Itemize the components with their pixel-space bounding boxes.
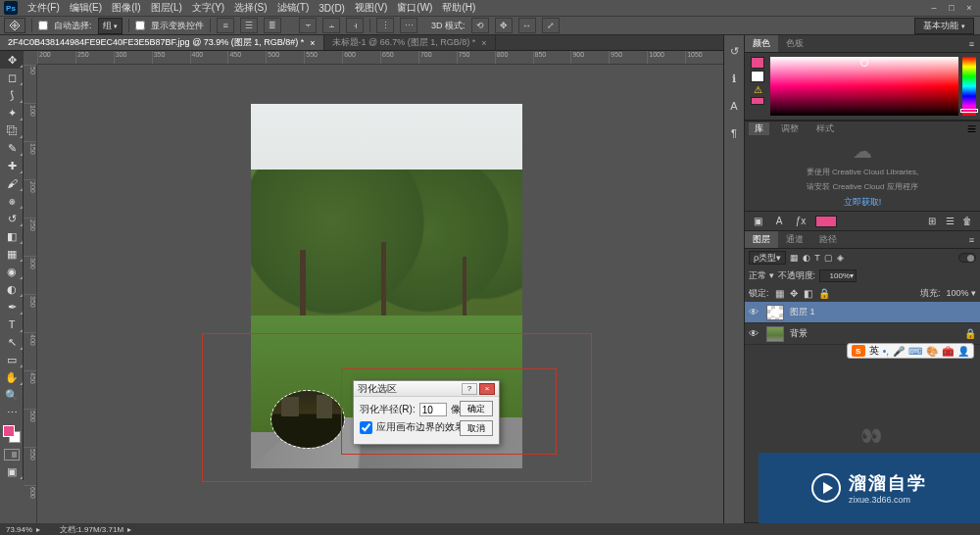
align-left-icon[interactable]: ⫟ <box>299 18 317 33</box>
layer-name[interactable]: 图层 1 <box>790 306 815 318</box>
list-icon[interactable]: ☰ <box>943 215 956 228</box>
quick-mask-toggle[interactable] <box>4 449 20 461</box>
doc-info[interactable]: 文档:1.97M/3.71M <box>60 524 123 535</box>
panel-menu-icon[interactable]: ≡ <box>963 35 980 52</box>
layer-name[interactable]: 背景 <box>790 327 808 340</box>
nearest-color-chip[interactable] <box>751 97 764 105</box>
filter-pixel-icon[interactable]: ▦ <box>790 253 799 263</box>
ime-toolbar[interactable]: S 英 •, 🎤 ⌨ 🎨 🧰 👤 <box>847 343 974 359</box>
libraries-get-link[interactable]: 立即获取! <box>844 196 882 209</box>
document-tab[interactable]: 2F4C0B438144984FE9EC40FE3E5B87BF.jpg @ 7… <box>0 35 324 50</box>
minimize-button[interactable]: – <box>927 2 941 14</box>
feather-radius-input[interactable] <box>419 403 447 416</box>
screen-mode[interactable]: ▣ <box>0 462 24 480</box>
3d-pan-icon[interactable]: ✥ <box>495 18 513 33</box>
filter-type-icon[interactable]: T <box>814 253 820 263</box>
hue-marker[interactable] <box>960 109 978 113</box>
document-tab[interactable]: 未标题-1 @ 66.7% (图层 1, RGB/8) *× <box>324 35 496 50</box>
gradient-tool[interactable]: ▦ <box>0 245 24 263</box>
bg-color-chip[interactable] <box>751 71 764 82</box>
fg-color[interactable] <box>3 425 15 437</box>
menu-window[interactable]: 窗口(W) <box>393 1 436 15</box>
distribute-icon[interactable]: ⋯ <box>400 18 417 33</box>
menu-filter[interactable]: 滤镜(T) <box>273 1 314 15</box>
align-bottom-icon[interactable]: ≣ <box>264 18 281 33</box>
close-tab-icon[interactable]: × <box>310 38 315 48</box>
edit-toolbar[interactable]: ⋯ <box>0 404 24 421</box>
align-right-icon[interactable]: ⫞ <box>346 18 364 33</box>
character-panel-icon[interactable]: A <box>726 98 742 114</box>
crop-tool[interactable]: ⿻ <box>0 122 24 139</box>
fill-color-chip[interactable] <box>815 216 837 227</box>
visibility-toggle[interactable]: 👁 <box>749 307 760 317</box>
filter-smart-icon[interactable]: ◈ <box>837 253 844 263</box>
gamut-warning-icon[interactable]: ⚠ <box>754 84 762 95</box>
menu-3d[interactable]: 3D(D) <box>315 3 349 14</box>
history-brush-tool[interactable]: ↺ <box>0 210 24 227</box>
current-tool-indicator[interactable] <box>4 18 25 33</box>
path-select-tool[interactable]: ↖ <box>0 333 24 351</box>
zoom-tool[interactable]: 🔍 <box>0 386 24 404</box>
fill-input[interactable]: 100% ▾ <box>946 288 976 298</box>
layer-thumbnail[interactable] <box>766 305 784 320</box>
3d-orbit-icon[interactable]: ⟲ <box>471 18 489 33</box>
mask-icon[interactable]: ▣ <box>751 215 764 228</box>
layer-thumbnail[interactable] <box>766 326 784 342</box>
hand-tool[interactable]: ✋ <box>0 368 24 386</box>
ruler-horizontal[interactable]: 2002503003504004505005506006507007508008… <box>37 51 723 65</box>
maximize-button[interactable]: □ <box>945 2 958 14</box>
show-transform-checkbox[interactable] <box>135 21 145 30</box>
filter-shape-icon[interactable]: ▢ <box>824 253 833 263</box>
panel-menu-icon[interactable]: ≡ <box>967 121 976 138</box>
marquee-tool[interactable]: ◻ <box>0 69 24 86</box>
eyedropper-tool[interactable]: ✎ <box>0 139 24 157</box>
menu-layer[interactable]: 图层(L) <box>147 1 186 15</box>
dialog-titlebar[interactable]: 羽化选区 ? × <box>354 381 499 397</box>
opacity-input[interactable]: 100% ▾ <box>819 269 857 282</box>
tab-channels[interactable]: 通道 <box>778 231 811 248</box>
menu-type[interactable]: 文字(Y) <box>188 1 228 15</box>
adjust-icon[interactable]: A <box>772 215 786 228</box>
ime-punct-icon[interactable]: •, <box>883 346 889 357</box>
lasso-tool[interactable]: ⟆ <box>0 86 24 104</box>
menu-file[interactable]: 文件(F) <box>24 1 64 15</box>
align-hcenter-icon[interactable]: ⫠ <box>322 18 340 33</box>
ok-button[interactable]: 确定 <box>460 401 493 416</box>
align-vcenter-icon[interactable]: ☰ <box>240 18 258 33</box>
tab-libraries[interactable]: 库 <box>749 122 769 135</box>
stamp-tool[interactable]: ⎈ <box>0 192 24 210</box>
eraser-tool[interactable]: ◧ <box>0 227 24 245</box>
type-tool[interactable]: T <box>0 316 24 333</box>
magic-wand-tool[interactable]: ✦ <box>0 104 24 122</box>
auto-select-target[interactable]: 组 ▾ <box>98 18 123 34</box>
3d-scale-icon[interactable]: ⤢ <box>542 18 560 33</box>
brush-tool[interactable]: 🖌 <box>0 174 24 192</box>
workspace-switcher[interactable]: 基本功能 ▾ <box>914 18 974 34</box>
lock-artboard-icon[interactable]: ◧ <box>804 288 812 299</box>
filter-adjust-icon[interactable]: ◐ <box>803 253 810 263</box>
tab-styles[interactable]: 样式 <box>810 122 840 135</box>
close-tab-icon[interactable]: × <box>481 38 486 48</box>
menu-help[interactable]: 帮助(H) <box>438 1 479 15</box>
zoom-level[interactable]: 73.94% <box>6 525 32 534</box>
shape-tool[interactable]: ▭ <box>0 351 24 368</box>
tab-color[interactable]: 颜色 <box>745 35 778 52</box>
pen-tool[interactable]: ✒ <box>0 298 24 316</box>
ime-keyboard-icon[interactable]: ⌨ <box>908 346 922 357</box>
align-top-icon[interactable]: ≡ <box>217 18 234 33</box>
dialog-close-button[interactable]: × <box>479 383 495 395</box>
tab-paths[interactable]: 路径 <box>811 231 845 248</box>
ime-toolbox-icon[interactable]: 🧰 <box>942 346 954 357</box>
layer-row[interactable]: 👁 图层 1 <box>745 302 980 323</box>
history-panel-icon[interactable]: ↺ <box>726 43 742 59</box>
move-tool[interactable]: ✥ <box>0 51 24 69</box>
cancel-button[interactable]: 取消 <box>460 420 493 436</box>
menu-select[interactable]: 选择(S) <box>230 1 270 15</box>
layer-filter-kind[interactable]: ρ 类型 ▾ <box>749 251 786 265</box>
paragraph-panel-icon[interactable]: ¶ <box>726 125 742 141</box>
menu-image[interactable]: 图像(I) <box>108 1 144 15</box>
tab-adjustments[interactable]: 调整 <box>775 122 805 135</box>
color-spectrum[interactable] <box>770 57 958 116</box>
color-picker-ring[interactable] <box>860 59 868 67</box>
trash-icon[interactable]: 🗑 <box>960 215 974 228</box>
